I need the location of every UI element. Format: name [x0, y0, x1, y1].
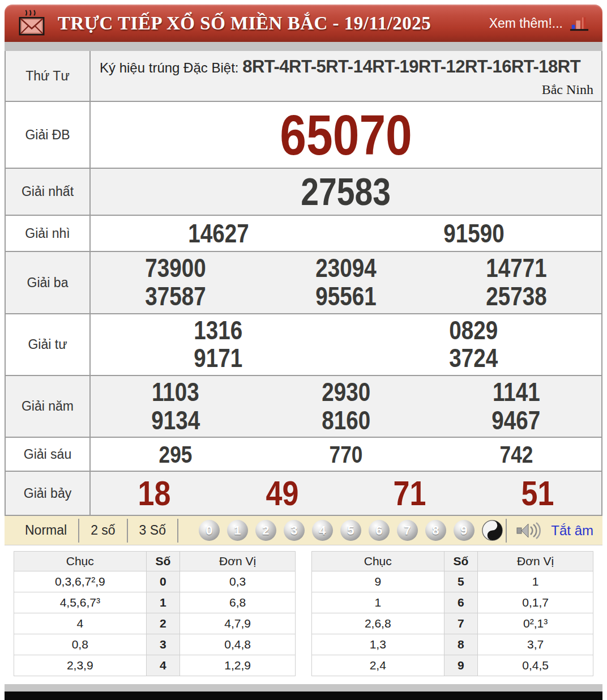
digit-ball-5[interactable]: 5 — [340, 520, 361, 541]
province-name: Bắc Ninh — [542, 82, 593, 97]
digit-ball-9[interactable]: 9 — [454, 520, 475, 541]
col-header-tens: Chục — [312, 552, 444, 571]
third-prize-number: 23094 — [315, 254, 376, 283]
col-header-units: Đơn Vị — [478, 552, 593, 571]
prize-label-nhi: Giải nhì — [6, 216, 91, 251]
stats-row: 1,3 8 3,7 — [312, 634, 593, 655]
digit-cell: 8 — [444, 634, 478, 655]
speaker-icon[interactable] — [516, 522, 542, 540]
digit-ball-2[interactable]: 2 — [255, 520, 276, 541]
prize-label-tu: Giải tư — [6, 314, 91, 375]
digit-ball-8[interactable]: 8 — [425, 520, 446, 541]
units-cell: 1 — [478, 571, 593, 592]
row-draw-info: Thứ Tư Ký hiệu trúng Đặc Biệt: 8RT-4RT-5… — [6, 51, 601, 101]
stats-row: 4 2 4,7,9 — [14, 613, 296, 634]
tens-cell: 1 — [312, 592, 444, 613]
row-sixth-prize: Giải sáu 295 770 742 — [6, 437, 601, 471]
row-fifth-prize: Giải năm 1103 2930 1141 9134 8160 9467 — [6, 375, 601, 437]
units-cell: 0,1,7 — [478, 592, 593, 613]
units-cell: 0,4,5 — [478, 655, 593, 676]
digit-ball-row: 0 1 2 3 4 5 6 7 8 9 — [199, 520, 503, 541]
page-title: TRỰC TIẾP XỔ SỐ MIỀN BẮC - 19/11/2025 — [58, 13, 431, 34]
units-cell: 1,2,9 — [180, 655, 296, 676]
toolbar-separator — [506, 519, 507, 543]
tens-cell: 0,3,6,7²,9 — [14, 571, 147, 592]
third-prize-number: 37587 — [146, 283, 206, 311]
prize-label-sau: Giải sáu — [6, 438, 91, 471]
yin-yang-ball-icon[interactable] — [482, 520, 503, 541]
tens-cell: 4 — [14, 613, 147, 634]
stats-row: 0,3,6,7²,9 0 0,3 — [14, 571, 296, 592]
row-fourth-prize: Giải tư 1316 0829 9171 3724 — [6, 313, 601, 375]
mode-normal[interactable]: Normal — [14, 523, 78, 538]
lottery-page: TRỰC TIẾP XỔ SỐ MIỀN BẮC - 19/11/2025 Xe… — [5, 5, 602, 700]
digit-ball-1[interactable]: 1 — [227, 520, 248, 541]
fifth-prize-number: 9467 — [492, 407, 541, 435]
units-cell: 0,3 — [180, 571, 296, 592]
digit-cell: 6 — [444, 592, 478, 613]
second-prize-number: 14627 — [188, 220, 249, 248]
prize-label-nam: Giải năm — [6, 376, 91, 437]
prize-label-db: Giải ĐB — [6, 102, 91, 168]
digit-cell: 0 — [146, 571, 180, 592]
weekday-label: Thứ Tư — [6, 51, 91, 101]
results-table: Thứ Tư Ký hiệu trúng Đặc Biệt: 8RT-4RT-5… — [5, 51, 602, 516]
digit-cell: 4 — [146, 655, 180, 676]
units-cell: 0,4,8 — [180, 634, 296, 655]
see-more-label: Xem thêm!... — [489, 16, 563, 31]
fifth-prize-number: 2930 — [322, 378, 370, 407]
digit-ball-4[interactable]: 4 — [312, 520, 333, 541]
digit-ball-6[interactable]: 6 — [369, 520, 390, 541]
col-header-units: Đơn Vị — [180, 552, 296, 571]
special-symbol-cell: Ký hiệu trúng Đặc Biệt: 8RT-4RT-5RT-14RT… — [91, 51, 601, 101]
mode-2-digits[interactable]: 2 số — [79, 523, 126, 538]
fourth-prize-number: 0829 — [450, 317, 498, 345]
fourth-prize-number: 1316 — [194, 317, 243, 345]
col-header-digit: Số — [146, 552, 180, 571]
display-mode-toolbar: Normal 2 số 3 Số 0 1 2 3 4 5 6 7 8 9 — [5, 516, 602, 545]
tens-cell: 2,6,8 — [312, 613, 444, 634]
footer-bar — [5, 692, 602, 700]
seventh-prize-number: 51 — [521, 475, 554, 513]
digit-ball-3[interactable]: 3 — [284, 520, 305, 541]
stats-table-right: Chục Số Đơn Vị 9 5 1 1 6 0,1,7 2,6,8 7 0… — [311, 551, 593, 676]
tens-cell: 9 — [312, 571, 444, 592]
sixth-prize-number: 770 — [330, 442, 363, 467]
hot-envelope-icon — [18, 10, 45, 37]
units-cell: 6,8 — [180, 592, 296, 613]
digit-ball-7[interactable]: 7 — [397, 520, 418, 541]
units-cell: 3,7 — [478, 634, 593, 655]
stats-row: 4,5,6,7³ 1 6,8 — [14, 592, 296, 613]
tens-cell: 1,3 — [312, 634, 444, 655]
row-second-prize: Giải nhì 14627 91590 — [6, 215, 601, 251]
third-prize-number: 14771 — [486, 254, 546, 283]
tens-cell: 4,5,6,7³ — [14, 592, 147, 613]
row-seventh-prize: Giải bảy 18 49 71 51 — [6, 471, 601, 515]
fifth-prize-number: 8160 — [322, 407, 370, 435]
special-prize-number: 65070 — [280, 104, 412, 165]
col-header-tens: Chục — [14, 552, 147, 571]
seventh-prize-number: 18 — [138, 475, 171, 513]
toolbar-separator — [177, 519, 178, 543]
fourth-prize-number: 9171 — [194, 344, 243, 373]
units-cell: 4,7,9 — [180, 613, 296, 634]
digit-cell: 9 — [444, 655, 478, 676]
stats-row: 2,4 9 0,4,5 — [312, 655, 593, 676]
col-header-digit: Số — [444, 552, 478, 571]
row-special-prize: Giải ĐB 65070 — [6, 101, 601, 168]
seventh-prize-number: 49 — [266, 475, 298, 513]
mute-sound-link[interactable]: Tắt âm — [551, 523, 593, 539]
see-more-link[interactable]: Xem thêm!... — [489, 15, 589, 32]
mode-3-digits[interactable]: 3 Số — [128, 523, 177, 538]
symbol-label: Ký hiệu trúng Đặc Biệt: — [100, 60, 242, 75]
bar-chart-icon — [570, 15, 589, 32]
tens-cell: 2,3,9 — [14, 655, 147, 676]
fifth-prize-number: 1141 — [493, 378, 540, 407]
digit-ball-0[interactable]: 0 — [199, 520, 220, 541]
third-prize-number: 73900 — [146, 254, 206, 283]
tens-cell: 0,8 — [14, 634, 147, 655]
stats-row: 2,6,8 7 0²,1³ — [312, 613, 593, 634]
units-cell: 0²,1³ — [478, 613, 593, 634]
third-prize-number: 95561 — [315, 283, 376, 311]
stats-row: 2,3,9 4 1,2,9 — [14, 655, 296, 676]
